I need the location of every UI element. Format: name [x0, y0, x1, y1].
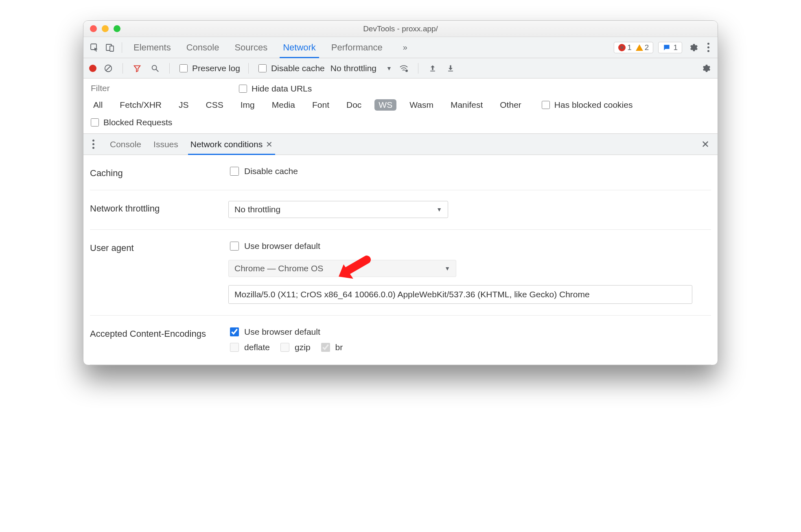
close-drawer-icon[interactable]: ✕ [701, 139, 712, 150]
type-media[interactable]: Media [268, 99, 299, 111]
type-font[interactable]: Font [308, 99, 333, 111]
blocked-requests-row: Blocked Requests [83, 115, 718, 134]
blocked-requests-label: Blocked Requests [103, 118, 172, 127]
svg-line-6 [156, 69, 159, 72]
type-wasm[interactable]: Wasm [405, 99, 438, 111]
tab-sources[interactable]: Sources [234, 37, 268, 58]
divider [248, 63, 249, 74]
type-other[interactable]: Other [496, 99, 525, 111]
record-button[interactable] [89, 65, 96, 72]
warning-count: 2 [645, 43, 649, 52]
drawer-tab-network-conditions[interactable]: Network conditions ✕ [190, 134, 273, 155]
devtools-window: DevTools - proxx.app/ Elements Console S… [83, 20, 718, 365]
svg-point-7 [405, 70, 408, 72]
svg-rect-2 [110, 46, 114, 51]
tab-elements[interactable]: Elements [133, 37, 172, 58]
encodings-use-default-label: Use browser default [244, 327, 320, 337]
type-all[interactable]: All [89, 99, 107, 111]
encodings-list: deflate gzip br [228, 342, 711, 353]
tab-console[interactable]: Console [186, 37, 220, 58]
tab-network[interactable]: Network [282, 37, 317, 58]
user-agent-label: User agent [90, 240, 212, 253]
settings-icon[interactable] [687, 41, 699, 54]
caching-label: Caching [90, 166, 212, 179]
throttling-dropdown[interactable]: No throttling ▼ [228, 201, 448, 218]
window-title: DevTools - proxx.app/ [83, 24, 718, 33]
preserve-log-label: Preserve log [192, 63, 240, 73]
ua-preset-value: Chrome — Chrome OS [234, 264, 323, 273]
encodings-use-default-checkbox[interactable]: Use browser default [228, 326, 711, 338]
divider [122, 42, 122, 53]
drawer-tab-console[interactable]: Console [110, 134, 141, 155]
more-tabs-icon[interactable]: » [403, 43, 407, 52]
filter-input[interactable] [89, 81, 228, 96]
drawer-kebab-icon[interactable] [89, 140, 98, 149]
network-toolbar: Preserve log Disable cache No throttling… [83, 58, 718, 78]
preserve-log-checkbox[interactable]: Preserve log [178, 63, 240, 74]
search-icon[interactable] [149, 62, 161, 74]
minimize-window-button[interactable] [102, 25, 109, 32]
network-settings-icon[interactable] [700, 62, 712, 74]
type-css[interactable]: CSS [202, 99, 228, 111]
caching-disable-label: Disable cache [244, 166, 298, 176]
divider [169, 63, 170, 74]
network-conditions-icon[interactable] [398, 62, 410, 74]
drawer-tab-label: Network conditions [190, 140, 263, 149]
messages-badge[interactable]: 1 [658, 42, 682, 53]
row-user-agent: User agent Use browser default Chrome — … [90, 230, 711, 316]
hide-data-urls-checkbox[interactable]: Hide data URLs [237, 83, 312, 94]
tab-performance[interactable]: Performance [330, 37, 383, 58]
encodings-label: Accepted Content-Encodings [90, 326, 212, 339]
type-fetchxhr[interactable]: Fetch/XHR [116, 99, 166, 111]
type-filters: All Fetch/XHR JS CSS Img Media Font Doc … [83, 98, 718, 115]
drawer-tab-issues[interactable]: Issues [153, 134, 178, 155]
close-tab-icon[interactable]: ✕ [263, 140, 273, 149]
device-toolbar-icon[interactable] [104, 41, 116, 54]
upload-icon[interactable] [427, 62, 439, 74]
warning-icon [636, 44, 643, 51]
ua-use-default-checkbox[interactable]: Use browser default [228, 240, 711, 252]
chevron-down-icon: ▼ [436, 206, 442, 213]
titlebar: DevTools - proxx.app/ [83, 21, 718, 37]
encoding-gzip[interactable]: gzip [279, 342, 311, 353]
encoding-deflate[interactable]: deflate [228, 342, 270, 353]
blocked-requests-checkbox[interactable]: Blocked Requests [89, 117, 172, 128]
filter-icon[interactable] [131, 62, 143, 74]
type-manifest[interactable]: Manifest [446, 99, 487, 111]
row-caching: Caching Disable cache [90, 155, 711, 190]
messages-count: 1 [673, 43, 678, 52]
throttling-select[interactable]: No throttling [330, 63, 378, 73]
panel-tabstrip: Elements Console Sources Network Perform… [83, 37, 718, 58]
window-controls [83, 25, 120, 32]
type-doc[interactable]: Doc [342, 99, 365, 111]
divider [418, 63, 418, 74]
maximize-window-button[interactable] [114, 25, 120, 32]
issues-badge[interactable]: ✕1 2 [614, 42, 653, 53]
error-icon: ✕ [618, 44, 626, 51]
type-ws[interactable]: WS [374, 99, 396, 111]
toolbar-right: ✕1 2 1 [614, 41, 713, 54]
chevron-down-icon[interactable]: ▼ [386, 65, 392, 72]
disable-cache-checkbox[interactable]: Disable cache [257, 63, 325, 74]
clear-icon[interactable] [102, 62, 114, 74]
ua-string-input[interactable]: Mozilla/5.0 (X11; CrOS x86_64 10066.0.0)… [228, 285, 692, 304]
throttling-value: No throttling [330, 63, 376, 73]
type-img[interactable]: Img [236, 99, 259, 111]
has-blocked-cookies-checkbox[interactable]: Has blocked cookies [540, 100, 633, 110]
drawer-tabstrip: Console Issues Network conditions ✕ ✕ [83, 134, 718, 155]
throttling-label: Network throttling [90, 201, 212, 214]
ua-preset-dropdown[interactable]: Chrome — Chrome OS ▼ [228, 260, 456, 277]
kebab-menu-icon[interactable] [704, 43, 713, 52]
caching-disable-checkbox[interactable]: Disable cache [228, 166, 711, 177]
type-js[interactable]: JS [175, 99, 193, 111]
download-icon[interactable] [444, 62, 457, 74]
disable-cache-label: Disable cache [271, 63, 325, 73]
svg-line-4 [106, 66, 111, 70]
has-blocked-cookies-label: Has blocked cookies [554, 100, 633, 110]
divider [123, 63, 123, 74]
encoding-br[interactable]: br [320, 342, 343, 353]
filter-row: Hide data URLs [83, 78, 718, 98]
hide-data-urls-label: Hide data URLs [252, 84, 312, 94]
inspect-element-icon[interactable] [88, 41, 101, 54]
close-window-button[interactable] [90, 25, 97, 32]
